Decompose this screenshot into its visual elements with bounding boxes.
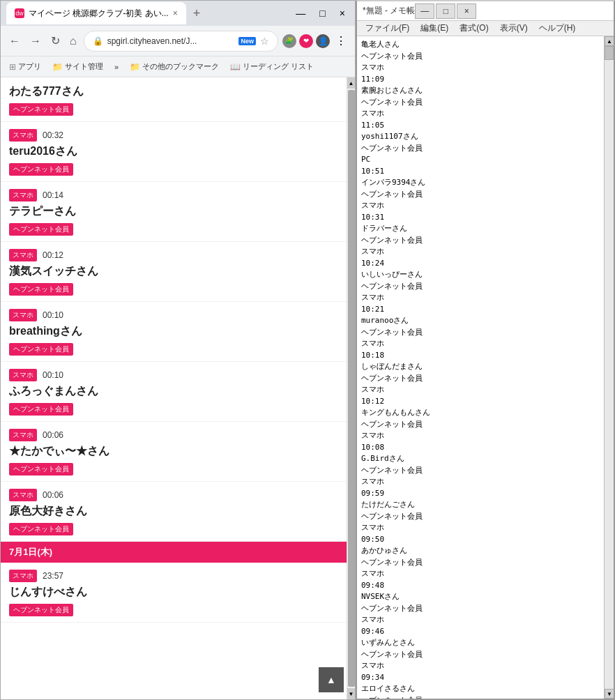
list-item: スマホ 00:12 漢気スイッチさん ヘブンネット会員 bbox=[1, 242, 347, 302]
list-item: スマホ 00:10 ふろっぐまんさん ヘブンネット会員 bbox=[1, 362, 347, 422]
scroll-thumb[interactable] bbox=[348, 90, 355, 687]
tab-label: マイページ 桃源郷クラブ-初美 あい... bbox=[29, 8, 169, 20]
tab-favicon: dw bbox=[15, 8, 24, 18]
maximize-button[interactable]: □ bbox=[315, 8, 329, 19]
member-badge: ヘブンネット会員 bbox=[9, 523, 73, 535]
scroll-controls: ▲ bbox=[319, 667, 344, 692]
notepad-titlebar: *無題 - メモ帳 — □ × bbox=[357, 1, 614, 21]
date-separator: 7月1日(木) bbox=[1, 542, 347, 563]
reading-icon: 📖 bbox=[230, 62, 241, 72]
scrollbar: ▲ ▼ bbox=[347, 77, 355, 699]
window-controls: — □ × bbox=[291, 8, 349, 19]
menu-edit[interactable]: 編集(E) bbox=[415, 21, 454, 36]
content-scroll[interactable]: わたる777さん ヘブンネット会員 スマホ 00:32 teru2016さん ヘ… bbox=[1, 77, 347, 699]
visitor-time: 00:12 bbox=[43, 250, 63, 260]
device-badge: スマホ bbox=[9, 249, 37, 261]
browser-window: dw マイページ 桃源郷クラブ-初美 あい... × + — □ × ← → ↻… bbox=[0, 0, 356, 700]
extension-icon-1[interactable]: 🧩 bbox=[282, 34, 296, 48]
bookmark-site-admin[interactable]: 📁 サイト管理 bbox=[50, 60, 106, 73]
member-badge: ヘブンネット会員 bbox=[9, 463, 73, 475]
bookmark-apps-label: アプリ bbox=[18, 61, 41, 72]
bookmark-site-admin-label: サイト管理 bbox=[65, 61, 103, 72]
tab-close-button[interactable]: × bbox=[173, 8, 178, 18]
visitor-time: 00:14 bbox=[43, 190, 63, 200]
notepad-title: *無題 - メモ帳 bbox=[363, 5, 415, 17]
list-item: スマホ 23:57 じんすけべさん ヘブンネット会員 bbox=[1, 563, 347, 623]
menu-help[interactable]: ヘルプ(H) bbox=[533, 21, 582, 36]
menu-view[interactable]: 表示(V) bbox=[494, 21, 533, 36]
visitor-name[interactable]: テラピーさん bbox=[9, 204, 338, 219]
notepad-close-button[interactable]: × bbox=[457, 3, 476, 19]
member-badge: ヘブンネット会員 bbox=[9, 163, 73, 176]
notepad-scrollbar: ▲ ▼ bbox=[604, 36, 614, 699]
scroll-down-arrow[interactable]: ▼ bbox=[347, 688, 356, 699]
member-badge-top: ヘブンネット会員 bbox=[9, 103, 73, 116]
browser-titlebar: dw マイページ 桃源郷クラブ-初美 あい... × + — □ × bbox=[1, 1, 355, 26]
visitor-name[interactable]: 漢気スイッチさん bbox=[9, 264, 338, 279]
bookmark-star-icon[interactable]: ☆ bbox=[260, 36, 269, 47]
menu-file[interactable]: ファイル(F) bbox=[360, 21, 415, 36]
new-tab-button[interactable]: + bbox=[189, 6, 205, 21]
member-badge: ヘブンネット会員 bbox=[9, 343, 73, 356]
back-button[interactable]: ← bbox=[6, 32, 23, 50]
bookmark-reading[interactable]: 📖 リーディング リスト bbox=[227, 60, 317, 73]
visitor-name[interactable]: ★たかでぃ〜★さん bbox=[9, 444, 338, 459]
notepad-scroll-down[interactable]: ▼ bbox=[605, 689, 614, 699]
visitor-time: 00:06 bbox=[43, 490, 63, 500]
menu-format[interactable]: 書式(O) bbox=[454, 21, 494, 36]
device-badge: スマホ bbox=[9, 570, 37, 582]
bookmark-reading-label: リーディング リスト bbox=[243, 61, 314, 72]
visitor-name[interactable]: 原色大好きさん bbox=[9, 504, 338, 519]
browser-menu-button[interactable]: ⋮ bbox=[333, 34, 349, 47]
bookmark-apps[interactable]: ⊞ アプリ bbox=[6, 60, 44, 73]
apps-icon: ⊞ bbox=[9, 62, 16, 72]
notepad-maximize-button[interactable]: □ bbox=[436, 3, 455, 19]
home-button[interactable]: ⌂ bbox=[67, 32, 79, 50]
bookmark-others[interactable]: 📁 その他のブックマーク bbox=[127, 60, 222, 73]
visitor-item-top: わたる777さん ヘブンネット会員 bbox=[1, 77, 347, 122]
browser-tab[interactable]: dw マイページ 桃源郷クラブ-初美 あい... × bbox=[6, 2, 186, 24]
forward-button[interactable]: → bbox=[27, 32, 44, 50]
notepad-minimize-button[interactable]: — bbox=[415, 3, 434, 19]
device-badge: スマホ bbox=[9, 309, 37, 321]
bookmark-more[interactable]: » bbox=[112, 61, 121, 73]
extension-icon-2[interactable]: ❤ bbox=[299, 34, 313, 48]
close-button[interactable]: × bbox=[335, 8, 349, 19]
notepad-scroll-up[interactable]: ▲ bbox=[605, 36, 614, 46]
notepad-textarea[interactable]: 亀老人さん ヘブンネット会員 スマホ 11:09 素腕おじさんさん ヘブンネット… bbox=[357, 36, 604, 699]
visitor-name[interactable]: じんすけべさん bbox=[9, 585, 338, 600]
browser-content: わたる777さん ヘブンネット会員 スマホ 00:32 teru2016さん ヘ… bbox=[1, 77, 355, 699]
list-item: スマホ 00:10 breathingさん ヘブンネット会員 bbox=[1, 302, 347, 362]
device-badge: スマホ bbox=[9, 189, 37, 201]
bookmarks-bar: ⊞ アプリ 📁 サイト管理 » 📁 その他のブックマーク 📖 リーディング リス… bbox=[1, 56, 355, 77]
device-badge: スマホ bbox=[9, 429, 37, 441]
folder-icon-1: 📁 bbox=[52, 62, 63, 72]
visitor-time: 00:06 bbox=[43, 430, 63, 440]
visitor-name[interactable]: breathingさん bbox=[9, 324, 338, 339]
list-item: スマホ 00:06 原色大好きさん ヘブンネット会員 bbox=[1, 482, 347, 542]
more-icon: » bbox=[114, 63, 119, 71]
reload-button[interactable]: ↻ bbox=[48, 31, 63, 50]
scroll-up-button[interactable]: ▲ bbox=[319, 667, 344, 692]
notepad-scroll-thumb[interactable] bbox=[605, 46, 614, 60]
visitor-time: 23:57 bbox=[43, 571, 63, 581]
visitor-name[interactable]: teru2016さん bbox=[9, 144, 338, 159]
extension-icon-profile[interactable]: 👤 bbox=[316, 34, 330, 48]
scroll-up-arrow[interactable]: ▲ bbox=[347, 77, 356, 89]
visitor-name[interactable]: ふろっぐまんさん bbox=[9, 384, 338, 399]
visitor-name-top: わたる777さん bbox=[9, 84, 338, 99]
device-badge: スマホ bbox=[9, 369, 37, 381]
minimize-button[interactable]: — bbox=[291, 8, 310, 19]
visitor-time: 00:10 bbox=[43, 370, 63, 380]
new-badge: New bbox=[238, 37, 256, 45]
address-box[interactable]: 🔒 spgirl.cityheaven.net/J... New ☆ bbox=[84, 31, 278, 52]
list-item: スマホ 00:32 teru2016さん ヘブンネット会員 bbox=[1, 122, 347, 182]
notepad-menu: ファイル(F) 編集(E) 書式(O) 表示(V) ヘルプ(H) bbox=[357, 21, 614, 36]
visitor-time: 00:32 bbox=[43, 130, 63, 140]
url-text: spgirl.cityheaven.net/J... bbox=[107, 36, 235, 46]
notepad-win-controls: — □ × bbox=[415, 3, 476, 19]
browser-addressbar: ← → ↻ ⌂ 🔒 spgirl.cityheaven.net/J... New… bbox=[1, 26, 355, 56]
notepad-scroll-track[interactable] bbox=[605, 46, 614, 689]
notepad-body: 亀老人さん ヘブンネット会員 スマホ 11:09 素腕おじさんさん ヘブンネット… bbox=[357, 36, 614, 699]
list-item: スマホ 00:06 ★たかでぃ〜★さん ヘブンネット会員 bbox=[1, 422, 347, 482]
